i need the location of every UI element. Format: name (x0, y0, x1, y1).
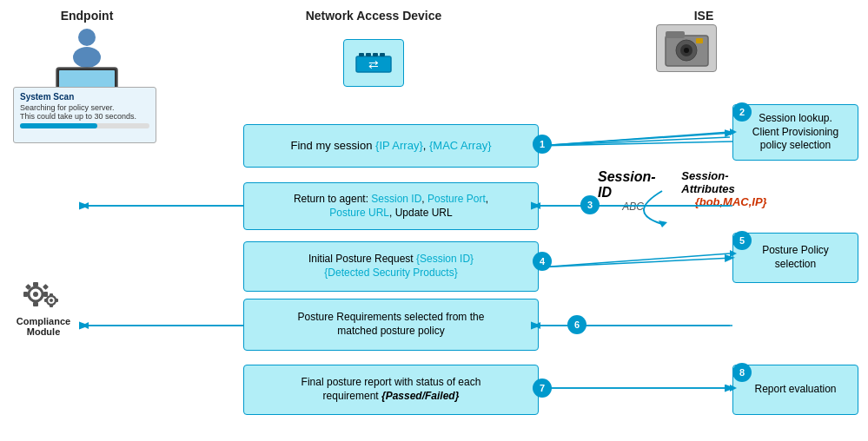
nad-label: Network Access Device (306, 9, 442, 23)
svg-rect-47 (23, 292, 28, 297)
flow-box-7: Final posture report with status of each… (243, 365, 539, 415)
scan-progress-bar (20, 123, 149, 128)
step-5: 5 (732, 231, 752, 250)
flow-box-3: Return to agent: Session ID, Posture Por… (243, 182, 539, 230)
svg-marker-21 (82, 322, 89, 329)
box2-text: Session lookup.Client Provisioningpolicy… (752, 112, 838, 153)
svg-rect-53 (50, 293, 53, 296)
svg-line-4 (539, 258, 732, 267)
svg-rect-35 (373, 53, 378, 56)
col-header-endpoint: Endpoint (17, 9, 156, 23)
svg-line-16 (539, 253, 730, 267)
diagram-container: Endpoint Network Access Device ISE Syste… (0, 0, 868, 441)
session-attrs-label: Session-Attributes (681, 169, 780, 195)
scan-window: System Scan Searching for policy server.… (13, 87, 156, 143)
svg-rect-46 (33, 302, 38, 306)
box6-text: Posture Requirements selected from thema… (298, 311, 485, 338)
box8-text: Report evaluation (754, 383, 836, 397)
flow-box-4: Initial Posture Request {Session ID} {De… (243, 241, 539, 292)
svg-rect-36 (380, 53, 385, 56)
col-header-nad: Network Access Device (287, 9, 461, 23)
box5-text: Posture Policy selection (762, 244, 829, 271)
svg-line-10 (539, 137, 730, 146)
box3-text: Return to agent: Session ID, Posture Por… (294, 193, 488, 220)
ise-icon-box (656, 24, 717, 72)
svg-point-41 (684, 48, 689, 53)
step-3: 3 (580, 195, 600, 214)
svg-marker-15 (82, 202, 89, 209)
step-6: 6 (567, 315, 586, 334)
svg-rect-55 (44, 299, 47, 302)
step-7: 7 (533, 378, 552, 398)
svg-rect-45 (33, 282, 38, 286)
svg-line-8 (539, 132, 730, 146)
svg-rect-33 (359, 53, 364, 56)
svg-line-0 (539, 133, 732, 146)
svg-point-52 (50, 299, 53, 302)
svg-point-25 (78, 29, 96, 46)
ise-label: ISE (694, 9, 714, 23)
flow-box-1: Find my session {IP Array}, {MAC Array} (243, 124, 539, 168)
session-attrs-val: {bob,MAC,IP} (695, 195, 767, 208)
scan-progress-fill (20, 123, 97, 128)
box1-text: Find my session {IP Array}, {MAC Array} (291, 139, 492, 154)
step-1: 1 (533, 135, 552, 154)
svg-rect-48 (43, 292, 48, 297)
box4-text: Initial Posture Request {Session ID} {De… (308, 253, 474, 280)
nad-icon-box: ⇄ (343, 39, 404, 87)
step-8: 8 (732, 363, 752, 382)
session-id-panel: Session-ID ABC Session-Attributes {bob,M… (598, 169, 780, 226)
flow-box-6: Posture Requirements selected from thema… (243, 299, 539, 351)
svg-rect-54 (50, 305, 53, 307)
compliance-module: ComplianceModule (9, 274, 78, 337)
svg-rect-34 (366, 53, 371, 56)
svg-rect-50 (43, 284, 49, 290)
step-4: 4 (533, 252, 552, 271)
col-header-ise: ISE (652, 9, 756, 23)
compliance-label: ComplianceModule (9, 316, 78, 337)
scan-title: System Scan (20, 92, 149, 102)
box7-text: Final posture report with status of each… (301, 376, 481, 403)
session-id-label: Session-ID (598, 169, 668, 201)
scan-text: Searching for policy server.This could t… (20, 103, 149, 121)
endpoint-label: Endpoint (61, 9, 114, 23)
svg-point-44 (33, 292, 38, 297)
step-2: 2 (732, 102, 752, 122)
svg-text:⇄: ⇄ (368, 57, 379, 71)
svg-rect-42 (696, 38, 703, 43)
svg-rect-56 (56, 299, 58, 302)
session-id-val: ABC (622, 201, 644, 213)
svg-rect-38 (666, 31, 685, 38)
svg-line-1 (539, 142, 732, 146)
